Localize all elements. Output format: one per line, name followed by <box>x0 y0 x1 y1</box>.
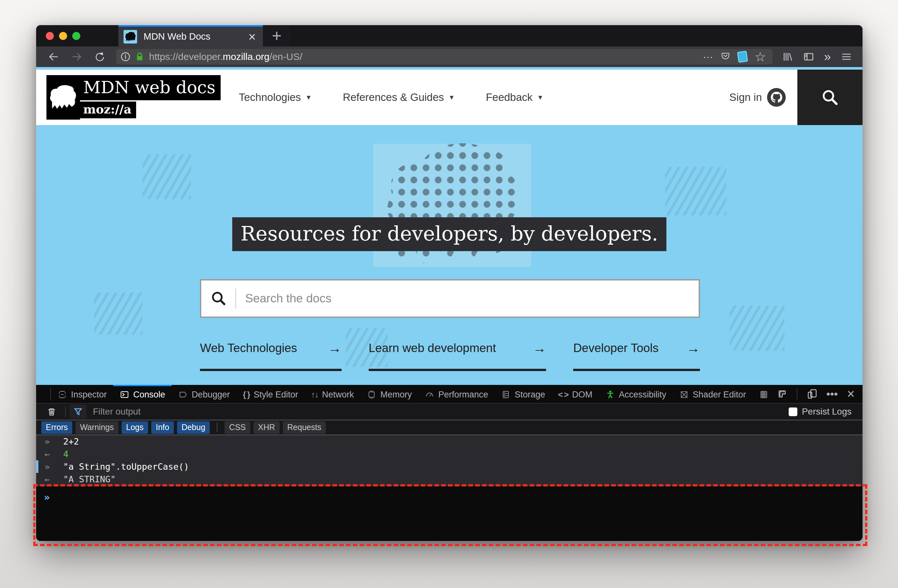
clear-console-icon[interactable] <box>42 407 61 417</box>
link-underline <box>369 369 546 371</box>
hero-search-input[interactable] <box>245 292 690 305</box>
performance-icon <box>425 390 435 399</box>
filter-output-input[interactable] <box>93 407 789 417</box>
nav-references-guides[interactable]: References & Guides ▼ <box>343 91 455 103</box>
console-result: 4 <box>63 449 68 459</box>
tab-label: Style Editor <box>254 390 298 400</box>
tab-label: Network <box>322 390 354 400</box>
tab-label: Shader Editor <box>693 390 746 400</box>
mdn-favicon-icon <box>123 30 137 43</box>
sign-in-button[interactable]: Sign in <box>729 88 786 107</box>
console-result-row[interactable]: ← 4 <box>36 448 863 461</box>
tab-debugger[interactable]: Debugger <box>172 385 237 403</box>
result-arrow-icon: ← <box>45 474 63 484</box>
browser-tab[interactable]: MDN Web Docs × <box>118 25 263 46</box>
input-chevron-icon: » <box>45 462 63 471</box>
screenshot-extension-icon[interactable] <box>737 51 748 63</box>
link-label: Developer Tools <box>573 341 659 355</box>
tab-label: Accessibility <box>619 390 666 400</box>
sidebar-icon[interactable] <box>803 51 815 63</box>
site-info-icon[interactable] <box>121 52 130 61</box>
link-learn-web-development[interactable]: Learn web development → <box>369 341 546 371</box>
tab-style-editor[interactable]: { } Style Editor <box>237 385 305 403</box>
page-actions-icon[interactable]: ··· <box>703 52 713 62</box>
link-label: Web Technologies <box>200 341 297 355</box>
url-text: https://developer.mozilla.org/en-US/ <box>149 51 698 62</box>
nav-label: References & Guides <box>343 91 444 103</box>
mdn-logo[interactable]: MDN web docs moz://a <box>46 75 221 120</box>
tab-label: DOM <box>572 390 592 400</box>
header-search-button[interactable] <box>797 70 863 125</box>
new-tab-button[interactable]: + <box>263 25 291 46</box>
search-icon <box>210 290 227 307</box>
tab-label: Memory <box>380 390 412 400</box>
arrow-right-icon: → <box>328 341 341 356</box>
console-result: "A STRING" <box>63 474 116 484</box>
filter-errors[interactable]: Errors <box>41 421 72 434</box>
tab-shader-editor[interactable]: Shader Editor <box>673 385 752 403</box>
bookmark-star-icon[interactable]: ☆ <box>755 50 766 63</box>
background-texture <box>730 306 784 351</box>
nav-technologies[interactable]: Technologies ▼ <box>239 91 312 103</box>
persist-logs-checkbox[interactable] <box>789 407 797 416</box>
library-icon[interactable] <box>781 51 793 63</box>
link-developer-tools[interactable]: Developer Tools → <box>573 341 700 371</box>
filter-debug[interactable]: Debug <box>177 421 210 434</box>
mdn-logo-text: MDN web docs moz://a <box>80 75 221 118</box>
console-icon <box>120 390 129 399</box>
devtools-toolbar: Inspector Console Debugger { } Style Edi… <box>36 385 863 403</box>
divider <box>217 423 217 432</box>
tab-close-icon[interactable]: × <box>247 30 257 43</box>
element-picker-icon[interactable] <box>36 385 50 403</box>
tab-memory[interactable]: Memory <box>360 385 418 403</box>
hamburger-menu-icon[interactable] <box>841 51 852 63</box>
desktop: { "browser": { "tab": { "title": "MDN We… <box>0 0 898 588</box>
pocket-icon[interactable] <box>720 51 730 63</box>
filter-requests[interactable]: Requests <box>283 421 326 434</box>
back-icon[interactable] <box>43 51 64 63</box>
measuring-tool-icon[interactable] <box>777 388 788 399</box>
close-window-button[interactable] <box>46 32 54 40</box>
chevron-down-icon: ▼ <box>537 94 543 101</box>
persist-logs-control[interactable]: Persist Logs <box>789 407 857 417</box>
filter-xhr[interactable]: XHR <box>254 421 280 434</box>
overflow-chevrons-icon[interactable]: » <box>824 51 831 63</box>
tab-accessibility[interactable]: Accessibility <box>599 385 673 403</box>
tab-label: Console <box>133 390 165 400</box>
filter-warnings[interactable]: Warnings <box>75 421 118 434</box>
tab-performance[interactable]: Performance <box>418 385 495 403</box>
url-domain: mozilla.org <box>223 51 270 62</box>
nav-feedback[interactable]: Feedback ▼ <box>486 91 543 103</box>
forward-icon[interactable] <box>66 51 87 63</box>
filter-css[interactable]: CSS <box>224 421 250 434</box>
url-prefix: https://developer. <box>149 51 223 62</box>
tab-dom[interactable]: < > DOM <box>552 385 599 403</box>
minimize-window-button[interactable] <box>59 32 67 40</box>
tab-storage[interactable]: Storage <box>495 385 552 403</box>
filter-logs[interactable]: Logs <box>121 421 148 434</box>
console-command: "a String".toUpperCase() <box>63 462 189 471</box>
console-result-row[interactable]: ← "A STRING" <box>36 473 863 485</box>
tab-console[interactable]: Console <box>113 385 172 403</box>
console-filter-bar: Persist Logs <box>36 403 863 420</box>
console-input-row[interactable]: » 2+2 <box>36 435 863 448</box>
result-arrow-icon: ← <box>45 449 63 459</box>
console-input-row[interactable]: » "a String".toUpperCase() <box>36 461 863 473</box>
link-web-technologies[interactable]: Web Technologies → <box>200 341 341 371</box>
chevron-down-icon: ▼ <box>448 94 455 101</box>
filter-toggle[interactable] <box>70 405 86 419</box>
filter-info[interactable]: Info <box>151 421 174 434</box>
responsive-design-mode-icon[interactable] <box>806 388 817 399</box>
reload-icon[interactable] <box>90 51 110 63</box>
tab-label: Inspector <box>71 390 107 400</box>
devtools-menu-icon[interactable]: ••• <box>826 388 838 399</box>
zoom-window-button[interactable] <box>72 32 80 40</box>
address-field[interactable]: https://developer.mozilla.org/en-US/ ···… <box>116 49 772 64</box>
tab-inspector[interactable]: Inspector <box>51 385 113 403</box>
tab-network[interactable]: ↑↓ Network <box>304 385 360 403</box>
devtools-close-icon[interactable]: × <box>847 387 855 401</box>
url-bar: https://developer.mozilla.org/en-US/ ···… <box>36 46 863 67</box>
tab-canvas[interactable]: Canvas <box>752 385 769 403</box>
page-content: MDN web docs moz://a Technologies ▼ Refe… <box>36 67 863 541</box>
url-path: /en-US/ <box>270 51 303 62</box>
